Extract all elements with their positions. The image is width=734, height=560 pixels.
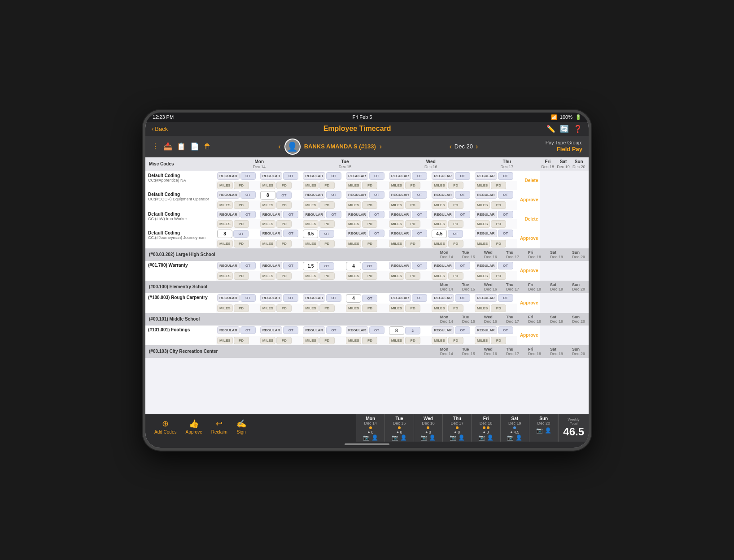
back-button[interactable]: ‹ Back <box>152 126 168 132</box>
pd-btn[interactable]: PD <box>319 272 335 280</box>
ot-btn[interactable]: OT <box>240 211 256 218</box>
miles-btn[interactable]: MILES <box>346 240 361 247</box>
ot-btn[interactable]: OT <box>283 230 298 237</box>
ot-btn[interactable]: OT <box>326 191 341 199</box>
ot-btn[interactable]: OT <box>455 262 470 269</box>
pd-btn[interactable]: PD <box>491 304 506 312</box>
ot-btn[interactable]: OT <box>283 294 298 302</box>
regular-btn[interactable]: REGULAR <box>346 230 368 237</box>
miles-btn[interactable]: MILES <box>217 337 232 344</box>
help-icon[interactable]: ❓ <box>573 125 582 133</box>
ot-btn[interactable]: OT <box>412 230 427 237</box>
miles-btn[interactable]: MILES <box>260 272 275 280</box>
ot-btn[interactable]: OT <box>362 262 377 270</box>
pd-btn[interactable]: PD <box>448 337 463 344</box>
pd-btn[interactable]: PD <box>276 304 292 312</box>
miles-btn[interactable]: MILES <box>303 240 318 247</box>
ot-btn[interactable]: OT <box>233 230 249 238</box>
miles-btn[interactable]: MILES <box>260 304 275 312</box>
ot-btn[interactable]: OT <box>326 211 341 218</box>
regular-btn[interactable]: REGULAR <box>346 172 368 180</box>
person-icon[interactable]: 👤 <box>516 434 522 441</box>
pd-btn[interactable]: PD <box>276 201 292 209</box>
regular-btn[interactable]: 4 <box>346 294 361 303</box>
pd-btn[interactable]: PD <box>234 240 249 247</box>
pd-btn[interactable]: PD <box>276 272 292 280</box>
ot-btn[interactable]: OT <box>412 191 427 199</box>
pd-btn[interactable]: PD <box>234 337 249 344</box>
miles-btn[interactable]: MILES <box>303 304 318 312</box>
ot-btn[interactable]: OT <box>498 172 513 180</box>
regular-btn[interactable]: 4 <box>346 262 361 270</box>
miles-btn[interactable]: MILES <box>217 182 232 189</box>
pd-btn[interactable]: PD <box>362 182 377 189</box>
miles-btn[interactable]: MILES <box>260 182 275 189</box>
miles-btn[interactable]: MILES <box>260 337 275 344</box>
pd-btn[interactable]: PD <box>362 240 377 247</box>
ot-btn[interactable]: OT <box>240 262 256 269</box>
regular-btn[interactable]: REGULAR <box>432 172 454 180</box>
ot-btn[interactable]: OT <box>455 294 470 302</box>
pd-btn[interactable]: PD <box>319 304 335 312</box>
pd-btn[interactable]: PD <box>319 182 335 189</box>
miles-btn[interactable]: MILES <box>432 304 447 312</box>
pd-btn[interactable]: PD <box>362 220 377 228</box>
person-icon[interactable]: 👤 <box>371 434 378 441</box>
regular-btn[interactable]: REGULAR <box>303 191 325 199</box>
action-cell[interactable]: Approve <box>517 293 540 313</box>
ot-btn[interactable]: OT <box>326 294 341 302</box>
ot-btn[interactable]: OT <box>498 262 513 269</box>
regular-btn[interactable]: REGULAR <box>260 172 283 180</box>
pd-btn[interactable]: PD <box>491 240 506 247</box>
miles-btn[interactable]: MILES <box>303 337 318 344</box>
miles-btn[interactable]: MILES <box>217 220 232 228</box>
miles-btn[interactable]: MILES <box>346 304 361 312</box>
regular-btn[interactable]: REGULAR <box>432 211 454 218</box>
ot-btn[interactable]: OT <box>240 172 256 180</box>
pd-btn[interactable]: PD <box>234 272 249 280</box>
pd-btn[interactable]: PD <box>319 220 335 228</box>
miles-btn[interactable]: MILES <box>260 240 275 247</box>
miles-btn[interactable]: MILES <box>389 272 404 280</box>
ot-btn[interactable]: OT <box>498 326 513 334</box>
pd-btn[interactable]: PD <box>448 220 463 228</box>
ot-btn[interactable]: OT <box>412 262 427 269</box>
ot-btn[interactable]: OT <box>455 191 470 199</box>
sign-button[interactable]: ✍ Sign <box>232 417 251 439</box>
pd-btn[interactable]: PD <box>234 201 249 209</box>
pd-btn[interactable]: PD <box>491 220 506 228</box>
regular-btn[interactable]: REGULAR <box>389 191 411 199</box>
ot-btn[interactable]: 2 <box>405 327 420 334</box>
action-cell[interactable]: Delete <box>517 210 540 229</box>
miles-btn[interactable]: MILES <box>475 304 490 312</box>
miles-btn[interactable]: MILES <box>260 220 275 228</box>
miles-btn[interactable]: MILES <box>389 240 404 247</box>
regular-btn[interactable]: REGULAR <box>260 230 283 237</box>
miles-btn[interactable]: MILES <box>475 337 490 344</box>
pd-btn[interactable]: PD <box>319 240 335 247</box>
pd-btn[interactable]: PD <box>448 201 463 209</box>
miles-btn[interactable]: MILES <box>217 240 232 247</box>
miles-btn[interactable]: MILES <box>475 182 490 189</box>
regular-btn[interactable]: 6.5 <box>303 230 318 238</box>
pd-btn[interactable]: PD <box>276 220 292 228</box>
regular-btn[interactable]: REGULAR <box>260 294 283 302</box>
pd-btn[interactable]: PD <box>319 337 335 344</box>
miles-btn[interactable]: MILES <box>389 201 404 209</box>
person-icon[interactable]: 👤 <box>487 434 494 441</box>
menu-icon[interactable]: ⋮ <box>152 142 159 151</box>
action-cell[interactable]: Approve <box>517 261 540 281</box>
regular-btn[interactable]: REGULAR <box>475 191 497 199</box>
regular-btn[interactable]: REGULAR <box>260 262 283 269</box>
ot-btn[interactable]: OT <box>455 172 470 180</box>
regular-btn[interactable]: REGULAR <box>389 230 411 237</box>
pd-btn[interactable]: PD <box>234 182 249 189</box>
ot-btn[interactable]: OT <box>498 211 513 218</box>
pd-btn[interactable]: PD <box>448 240 463 247</box>
ot-btn[interactable]: OT <box>240 191 256 199</box>
miles-btn[interactable]: MILES <box>346 182 361 189</box>
refresh-icon[interactable]: 🔄 <box>560 125 569 133</box>
regular-btn[interactable]: REGULAR <box>389 262 411 269</box>
miles-btn[interactable]: MILES <box>346 337 361 344</box>
miles-btn[interactable]: MILES <box>475 240 490 247</box>
